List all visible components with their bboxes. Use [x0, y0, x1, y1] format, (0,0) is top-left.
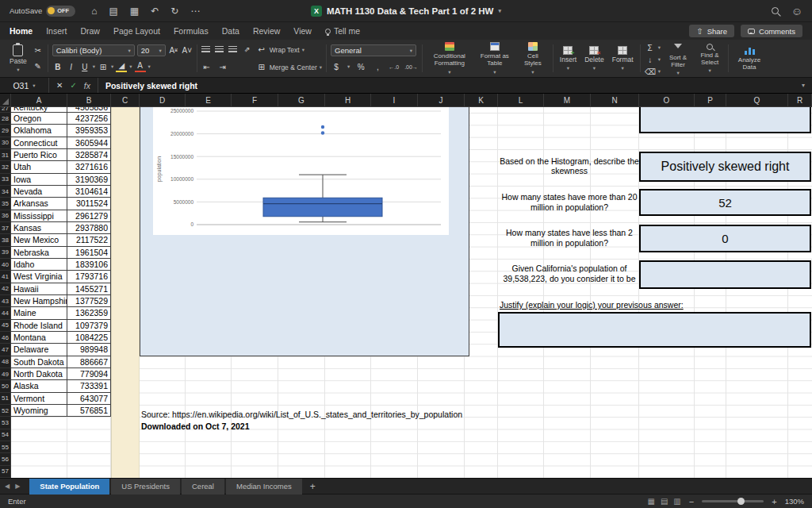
- column-header-A[interactable]: A: [11, 94, 67, 106]
- cell-state[interactable]: Oklahoma: [11, 125, 67, 137]
- cell-state[interactable]: Kentucky: [11, 107, 67, 113]
- select-all-button[interactable]: [0, 94, 11, 106]
- cell-population[interactable]: 3605944: [67, 137, 111, 149]
- tab-data[interactable]: Data: [222, 26, 239, 36]
- column-header-C[interactable]: C: [111, 94, 140, 106]
- row-header-54[interactable]: 54: [0, 429, 10, 441]
- row-header-51[interactable]: 51: [0, 393, 10, 405]
- paste-button[interactable]: Paste ▾: [7, 42, 29, 75]
- view-page-layout-icon[interactable]: ▤: [661, 497, 668, 506]
- cell-population[interactable]: 2117522: [67, 234, 111, 246]
- cell-population[interactable]: 4237256: [67, 113, 111, 125]
- row-header-31[interactable]: 31: [0, 149, 10, 161]
- cell-state[interactable]: Arkansas: [11, 198, 67, 210]
- answer-box-clipped[interactable]: [639, 107, 811, 133]
- cell-population[interactable]: 1362359: [67, 307, 111, 319]
- clear-button[interactable]: ⌫: [645, 66, 656, 77]
- format-painter-icon[interactable]: ✎: [33, 61, 44, 72]
- answer-cell[interactable]: 52: [639, 189, 811, 216]
- undo-icon[interactable]: ↶: [151, 6, 159, 17]
- cell-state[interactable]: Alaska: [11, 380, 67, 392]
- tab-review[interactable]: Review: [253, 26, 280, 36]
- align-center-icon[interactable]: [215, 46, 224, 52]
- cell-population[interactable]: 3011524: [67, 198, 111, 210]
- number-format-select[interactable]: General▾: [331, 44, 416, 56]
- formula-input[interactable]: Positively skewed right: [98, 81, 795, 90]
- cell-population[interactable]: 643077: [67, 393, 111, 405]
- align-left-icon[interactable]: [201, 46, 210, 52]
- row-header-42[interactable]: 42: [0, 283, 10, 295]
- cell-population[interactable]: 576851: [67, 405, 111, 417]
- tab-draw[interactable]: Draw: [80, 26, 100, 36]
- row-header-44[interactable]: 44: [0, 307, 10, 319]
- indent-decrease-button[interactable]: ⇤: [201, 62, 213, 73]
- view-normal-icon[interactable]: ▦: [647, 497, 654, 506]
- column-header-D[interactable]: D: [140, 94, 186, 106]
- cell-state[interactable]: West Virginia: [11, 271, 67, 283]
- cell-state[interactable]: Vermont: [11, 393, 67, 405]
- insert-button[interactable]: + Insert ▾: [557, 42, 579, 75]
- cell-population[interactable]: 1084225: [67, 332, 111, 344]
- row-header-52[interactable]: 52: [0, 405, 10, 417]
- indent-increase-button[interactable]: ⇥: [217, 62, 228, 73]
- row-header-29[interactable]: 29: [0, 125, 10, 137]
- cell-state[interactable]: Connecticut: [11, 137, 67, 149]
- row-header-48[interactable]: 48: [0, 356, 10, 368]
- orientation-button[interactable]: ⇗: [242, 44, 253, 55]
- sheet-nav-back-icon[interactable]: ◀: [5, 483, 10, 490]
- cell-state[interactable]: Montana: [11, 332, 67, 344]
- account-icon[interactable]: ☺: [791, 6, 802, 17]
- column-header-Q[interactable]: Q: [726, 94, 788, 106]
- italic-button[interactable]: I: [66, 61, 77, 72]
- cell-population[interactable]: 3190369: [67, 174, 111, 186]
- row-header-40[interactable]: 40: [0, 259, 10, 271]
- zoom-in-button[interactable]: +: [772, 497, 776, 506]
- add-sheet-button[interactable]: +: [310, 481, 316, 492]
- column-header-G[interactable]: G: [278, 94, 325, 106]
- answer-cell[interactable]: [639, 260, 811, 289]
- autosave-switch[interactable]: OFF: [46, 6, 75, 17]
- autosum-button[interactable]: Σ: [645, 42, 656, 53]
- fill-color-button[interactable]: ◢: [116, 61, 127, 72]
- row-header-53[interactable]: 53: [0, 417, 10, 429]
- sort-filter-button[interactable]: Sort & Filter ▾: [664, 42, 692, 75]
- column-c-fill[interactable]: [111, 107, 140, 478]
- cell-state[interactable]: Idaho: [11, 259, 67, 271]
- font-size-select[interactable]: 20▾: [137, 44, 166, 56]
- cell-population[interactable]: 3104614: [67, 186, 111, 198]
- comma-button[interactable]: ,: [372, 61, 383, 72]
- increase-decimal-button[interactable]: ←.0: [389, 64, 399, 70]
- cell-population[interactable]: 733391: [67, 380, 111, 392]
- zoom-slider-thumb[interactable]: [737, 498, 745, 505]
- cut-icon[interactable]: ✂: [33, 44, 44, 56]
- column-header-R[interactable]: R: [788, 94, 812, 106]
- cell-styles-button[interactable]: Cell Styles ▾: [517, 42, 549, 75]
- find-select-button[interactable]: Find & Select ▾: [695, 42, 724, 75]
- cell-state[interactable]: Nebraska: [11, 247, 67, 259]
- row-header-35[interactable]: 35: [0, 198, 10, 210]
- decrease-decimal-button[interactable]: .00→: [404, 64, 418, 70]
- row-header-56[interactable]: 56: [0, 453, 10, 465]
- view-page-break-icon[interactable]: ▥: [673, 497, 680, 506]
- cell-state[interactable]: New Mexico: [11, 234, 67, 246]
- tab-insert[interactable]: Insert: [46, 26, 67, 36]
- column-header-B[interactable]: B: [67, 94, 111, 106]
- row-header-41[interactable]: 41: [0, 271, 10, 283]
- column-header-K[interactable]: K: [465, 94, 498, 106]
- row-header-50[interactable]: 50: [0, 380, 10, 392]
- save-icon[interactable]: ▤: [109, 6, 117, 17]
- row-header-55[interactable]: 55: [0, 441, 10, 453]
- currency-button[interactable]: $: [331, 61, 342, 72]
- row-header-36[interactable]: 36: [0, 210, 10, 222]
- row-header-49[interactable]: 49: [0, 368, 10, 380]
- tab-page-layout[interactable]: Page Layout: [113, 26, 160, 36]
- cell-population[interactable]: 1377529: [67, 295, 111, 307]
- delete-button[interactable]: × Delete ▾: [582, 42, 607, 75]
- cell-population[interactable]: 989948: [67, 344, 111, 356]
- tab-formulas[interactable]: Formulas: [174, 26, 209, 36]
- fill-button[interactable]: ↓: [645, 54, 656, 65]
- row-header-27[interactable]: 27: [0, 107, 10, 113]
- cell-state[interactable]: Rhode Island: [11, 320, 67, 332]
- row-header-33[interactable]: 33: [0, 174, 10, 186]
- column-header-H[interactable]: H: [325, 94, 371, 106]
